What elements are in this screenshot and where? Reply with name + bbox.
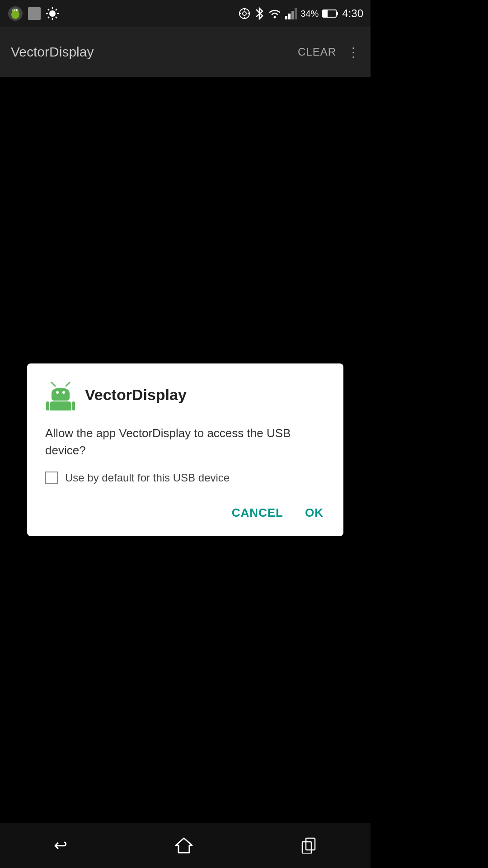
bluetooth-icon xyxy=(254,7,264,20)
status-bar-left-icons xyxy=(7,5,60,22)
svg-point-33 xyxy=(62,391,65,394)
back-icon: ↩ xyxy=(54,836,67,855)
svg-rect-34 xyxy=(50,401,71,410)
svg-point-22 xyxy=(274,16,276,19)
usb-default-label: Use by default for this USB device xyxy=(65,472,230,484)
status-bar-right-icons: 34% 4:30 xyxy=(238,7,363,20)
brightness-icon xyxy=(45,6,60,21)
svg-point-17 xyxy=(243,12,246,15)
svg-line-14 xyxy=(56,9,57,10)
home-icon xyxy=(175,837,193,854)
main-content: VectorDisplay Allow the app VectorDispla… xyxy=(0,77,371,823)
gps-icon xyxy=(238,7,251,20)
svg-rect-26 xyxy=(295,8,297,19)
svg-rect-23 xyxy=(285,16,287,19)
dialog-overlay: VectorDisplay Allow the app VectorDispla… xyxy=(0,77,371,823)
svg-marker-39 xyxy=(176,838,192,853)
cancel-button[interactable]: CANCEL xyxy=(230,502,285,524)
dialog-button-row: CANCEL OK xyxy=(45,502,325,524)
battery-percent: 34% xyxy=(300,9,319,19)
launcher-icon xyxy=(7,5,23,22)
app-bar: VectorDisplay CLEAR ⋮ xyxy=(0,27,371,77)
svg-rect-35 xyxy=(46,401,49,410)
dialog-header: VectorDisplay xyxy=(45,380,325,410)
usb-default-checkbox[interactable] xyxy=(45,472,58,484)
back-button[interactable]: ↩ xyxy=(54,836,67,855)
svg-line-13 xyxy=(56,17,57,18)
app-bar-actions: CLEAR ⋮ xyxy=(298,45,360,60)
ok-button[interactable]: OK xyxy=(303,502,325,524)
clear-button[interactable]: CLEAR xyxy=(298,46,336,58)
time-display: 4:30 xyxy=(342,7,363,20)
svg-point-32 xyxy=(56,391,59,394)
status-bar: 34% 4:30 xyxy=(0,0,371,27)
dialog-app-name: VectorDisplay xyxy=(85,386,187,404)
battery-icon xyxy=(322,9,338,19)
navigation-bar: ↩ xyxy=(0,823,371,868)
svg-rect-41 xyxy=(306,838,315,850)
svg-line-12 xyxy=(48,9,49,10)
svg-rect-28 xyxy=(336,12,338,15)
svg-line-30 xyxy=(52,382,55,386)
dialog-message: Allow the app VectorDisplay to access th… xyxy=(45,425,325,459)
app-bar-title: VectorDisplay xyxy=(11,44,94,60)
usb-permission-dialog: VectorDisplay Allow the app VectorDispla… xyxy=(27,363,343,536)
svg-rect-25 xyxy=(291,11,294,19)
android-robot-icon xyxy=(45,380,76,410)
svg-line-31 xyxy=(66,382,70,386)
svg-point-7 xyxy=(49,10,56,17)
stop-icon xyxy=(28,7,41,20)
svg-point-5 xyxy=(13,9,14,10)
svg-point-6 xyxy=(17,9,18,10)
home-button[interactable] xyxy=(175,837,193,854)
svg-rect-24 xyxy=(288,14,291,19)
more-options-icon[interactable]: ⋮ xyxy=(347,45,360,60)
svg-line-15 xyxy=(48,17,49,18)
svg-rect-36 xyxy=(72,401,75,410)
svg-rect-40 xyxy=(302,842,311,854)
svg-rect-29 xyxy=(323,10,328,17)
wifi-icon xyxy=(268,8,282,19)
dialog-checkbox-row[interactable]: Use by default for this USB device xyxy=(45,472,325,484)
signal-icon xyxy=(285,8,297,19)
recents-icon xyxy=(300,837,317,854)
recents-button[interactable] xyxy=(300,837,317,854)
